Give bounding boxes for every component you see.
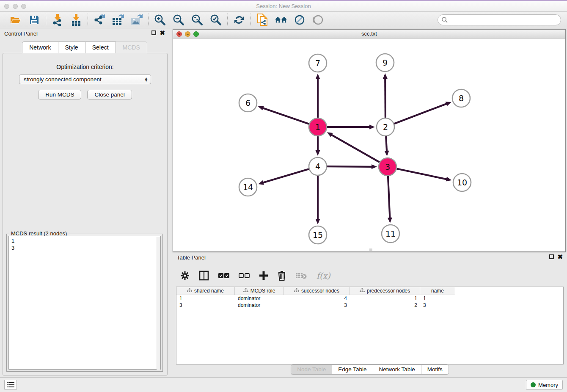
graph-edge-3-11[interactable] xyxy=(388,176,390,218)
create-column-button[interactable] xyxy=(259,271,268,280)
hide-panels-button[interactable] xyxy=(312,14,325,26)
apply-layout-button[interactable] xyxy=(233,14,245,26)
zoom-out-button[interactable] xyxy=(172,14,185,26)
open-session-button[interactable] xyxy=(9,14,22,26)
save-session-button[interactable] xyxy=(28,14,41,26)
deselect-all-button[interactable] xyxy=(239,272,250,279)
show-column-panel-button[interactable] xyxy=(199,271,209,281)
column-header-name[interactable]: name xyxy=(420,287,455,295)
zoom-fit-button[interactable] xyxy=(191,14,204,26)
node-label-6: 6 xyxy=(245,98,250,108)
table-cell[interactable]: 1 xyxy=(420,295,455,302)
table-cell[interactable]: 1 xyxy=(176,295,235,302)
control-tab-select[interactable]: Select xyxy=(85,41,116,53)
run-mcds-button[interactable]: Run MCDS xyxy=(38,90,81,99)
control-tab-mcds[interactable]: MCDS xyxy=(116,41,147,53)
table-body: 1dominator4113dominator323 xyxy=(176,295,563,309)
table-panel-title: Table Panel xyxy=(177,254,206,261)
table-tab-edge-table[interactable]: Edge Table xyxy=(332,365,373,374)
table-cell[interactable]: dominator xyxy=(235,302,284,309)
control-tab-style[interactable]: Style xyxy=(58,41,85,53)
table-cell[interactable]: 4 xyxy=(284,295,350,302)
graph-edge-1-6[interactable] xyxy=(262,108,309,124)
edge-arrowhead xyxy=(369,125,375,130)
table-row[interactable]: 1dominator411 xyxy=(176,295,563,302)
table-cell[interactable]: 2 xyxy=(350,302,420,309)
minimize-view-button[interactable]: − xyxy=(185,31,190,37)
criterion-select[interactable]: strongly connected component ▲▼ xyxy=(19,75,151,84)
column-header-predecessor-nodes[interactable]: predecessor nodes xyxy=(350,287,420,295)
graph-edge-4-3[interactable] xyxy=(327,166,372,167)
graph-edge-2-3[interactable] xyxy=(386,136,387,152)
network-window-titlebar[interactable]: ✕ − + scc.txt xyxy=(173,30,565,39)
edge-arrowhead xyxy=(316,150,320,156)
memory-status-icon xyxy=(531,382,536,387)
table-cell[interactable]: 3 xyxy=(176,302,235,309)
import-table-icon xyxy=(71,14,82,26)
result-scrollbar[interactable] xyxy=(157,237,160,370)
close-panel-button[interactable]: Close panel xyxy=(87,90,132,99)
graph-edge-3-1[interactable] xyxy=(331,135,380,162)
export-image-button[interactable] xyxy=(130,14,143,26)
edge-arrowhead xyxy=(388,218,392,223)
export-network-button[interactable] xyxy=(93,14,106,26)
circle-slash-icon xyxy=(294,14,305,25)
float-panel-icon[interactable] xyxy=(151,30,156,35)
maximize-view-button[interactable]: + xyxy=(193,31,199,37)
sitemap-icon xyxy=(294,288,299,294)
export-table-button[interactable] xyxy=(112,14,124,26)
export-table-icon xyxy=(112,14,124,26)
table-cell[interactable]: dominator xyxy=(235,295,284,302)
zoom-selected-icon xyxy=(210,14,222,26)
sitemap-icon xyxy=(243,288,248,294)
table-settings-button[interactable] xyxy=(180,271,190,280)
graph-edge-4-14[interactable] xyxy=(263,169,309,182)
mcds-result-text[interactable]: 1 3 xyxy=(8,236,161,370)
node-label-2: 2 xyxy=(383,122,388,132)
select-all-button[interactable] xyxy=(218,272,229,279)
delete-table-button[interactable] xyxy=(295,272,307,279)
column-header-label: MCDS role xyxy=(250,288,275,294)
memory-button[interactable]: Memory xyxy=(526,380,563,390)
edge-arrowhead xyxy=(316,219,320,224)
task-history-button[interactable] xyxy=(4,380,17,390)
import-table-button[interactable] xyxy=(70,14,83,26)
network-graph[interactable]: 7968124314101511 xyxy=(173,39,565,251)
graph-edge-2-9[interactable] xyxy=(385,78,385,118)
node-label-15: 15 xyxy=(313,230,323,240)
graph-edge-2-8[interactable] xyxy=(394,104,447,124)
table-cell[interactable]: 1 xyxy=(350,295,420,302)
clone-network-button[interactable] xyxy=(256,14,269,26)
application-window: Session: New Session xyxy=(0,0,567,392)
column-header-shared-name[interactable]: shared name xyxy=(176,287,235,295)
table-cell[interactable]: 3 xyxy=(284,302,350,309)
zoom-fit-icon xyxy=(191,14,203,26)
close-panel-icon[interactable]: ✖ xyxy=(160,30,165,35)
column-header-successor-nodes[interactable]: successor nodes xyxy=(284,287,350,295)
close-view-button[interactable]: ✕ xyxy=(176,31,182,37)
column-header-label: name xyxy=(431,288,444,294)
import-network-button[interactable] xyxy=(51,14,64,26)
optimization-criterion-label: Optimization criterion: xyxy=(3,63,167,70)
sitemap-icon xyxy=(187,288,192,294)
float-table-panel-icon[interactable] xyxy=(549,254,554,259)
zoom-selected-button[interactable] xyxy=(209,14,222,26)
search-input[interactable] xyxy=(438,14,561,25)
control-tab-network[interactable]: Network xyxy=(22,41,58,53)
function-builder-button[interactable]: f(x) xyxy=(317,271,330,280)
table-tab-node-table[interactable]: Node Table xyxy=(291,365,332,374)
close-table-panel-icon[interactable]: ✖ xyxy=(557,254,563,259)
zoom-in-button[interactable] xyxy=(154,14,166,26)
cybrowser-button[interactable] xyxy=(275,14,287,26)
table-cell[interactable]: 3 xyxy=(420,302,455,309)
column-header-MCDS-role[interactable]: MCDS role xyxy=(235,287,284,295)
network-canvas[interactable]: 7968124314101511 xyxy=(173,39,565,251)
graph-edge-3-10[interactable] xyxy=(397,169,447,179)
helper-apps-button[interactable] xyxy=(293,14,306,26)
resize-grip[interactable] xyxy=(369,248,372,251)
table-tab-motifs[interactable]: Motifs xyxy=(421,365,449,374)
table-tab-network-table[interactable]: Network Table xyxy=(373,365,421,374)
table-row[interactable]: 3dominator323 xyxy=(176,302,563,309)
edge-arrowhead xyxy=(446,177,452,182)
delete-column-button[interactable] xyxy=(278,271,286,281)
